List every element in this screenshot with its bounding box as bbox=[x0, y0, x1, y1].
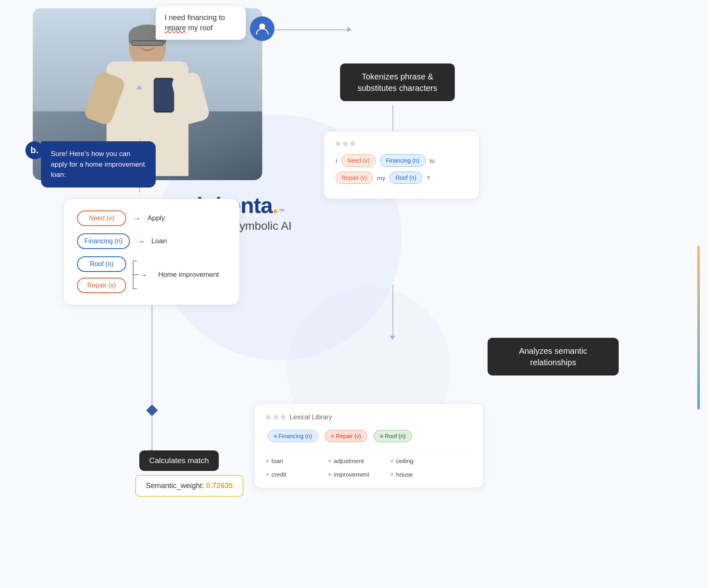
semantic-row-group: Roof (n) Repair (v) → Home improvement bbox=[77, 256, 226, 293]
token-row-1: I Need (v) Financing (n) to bbox=[336, 154, 467, 167]
semantic-label-loan: Loan bbox=[151, 237, 167, 245]
lexical-title: Lexical Library bbox=[290, 414, 332, 421]
semantic-map-card: Need (v) → Apply Financing (n) → Loan Ro… bbox=[64, 199, 240, 305]
bracket-line bbox=[133, 260, 134, 289]
semantic-group-badges: Roof (n) Repair (v) bbox=[77, 256, 126, 293]
tokenize-box: Tokenizes phrase & substitutes character… bbox=[340, 63, 455, 101]
lexical-icon-adjustment: ≡ bbox=[328, 458, 331, 464]
logo-tm: ™ bbox=[279, 208, 284, 214]
token-badge-repair: Repair (v) bbox=[336, 172, 373, 184]
logo-dot: . bbox=[272, 192, 279, 218]
lexical-word-loan: ≡ loan bbox=[266, 457, 323, 464]
lexical-card: Lexical Library ≡ Financing (n) ≡ Repair… bbox=[254, 403, 483, 488]
v-arrow-down-2 bbox=[390, 336, 395, 340]
tokenize-label: Tokenizes phrase & substitutes character… bbox=[358, 72, 438, 93]
arrow-financing: → bbox=[136, 237, 145, 246]
lexical-icon-house: ≡ bbox=[390, 471, 394, 477]
user-arrow-line bbox=[275, 29, 349, 30]
calc-match-box: Calculates match bbox=[139, 450, 219, 471]
token-word-to: to bbox=[430, 157, 435, 164]
user-icon bbox=[255, 21, 270, 36]
lex-dot-3 bbox=[281, 415, 286, 420]
lexical-word-house: ≡ house bbox=[390, 471, 448, 478]
bracket-bottom bbox=[133, 288, 137, 289]
inbenta-b-logo: b. bbox=[25, 141, 43, 159]
dot-1 bbox=[336, 141, 340, 146]
token-badge-need: Need (v) bbox=[341, 154, 376, 167]
lexical-icon-ceiling: ≡ bbox=[390, 458, 394, 464]
semantic-badge-need: Need (v) bbox=[77, 210, 126, 226]
user-avatar bbox=[250, 16, 275, 41]
semantic-label: Analyzes semantic relationships bbox=[519, 346, 588, 367]
lexical-word-improvement: ≡ improvement bbox=[328, 471, 386, 478]
arrow-need: → bbox=[133, 214, 141, 223]
bracket-top bbox=[133, 260, 137, 261]
semantic-row-financing: Financing (n) → Loan bbox=[77, 233, 226, 249]
token-badge-financing: Financing (n) bbox=[380, 154, 426, 167]
semantic-weight-value: 0.72635 bbox=[206, 482, 233, 490]
lexical-word-ceiling: ≡ ceiling bbox=[390, 457, 448, 464]
lexical-tag-financing: ≡ Financing (n) bbox=[268, 430, 318, 442]
token-row-2: Repair (v) my Roof (n) ? bbox=[336, 172, 467, 184]
bracket-group: → bbox=[133, 260, 152, 289]
semantic-box: Analyzes semantic relationships bbox=[488, 338, 619, 375]
lexical-word-row-2: ≡ credit ≡ improvement ≡ house bbox=[266, 471, 472, 478]
right-accent bbox=[697, 246, 700, 409]
dot-2 bbox=[343, 141, 348, 146]
token-word-question: ? bbox=[427, 174, 430, 181]
lexical-primary-tags: ≡ Financing (n) ≡ Repair (v) ≡ Roof (n) bbox=[266, 428, 472, 444]
lexical-divider bbox=[266, 450, 472, 451]
semantic-weight-label: Semantic_weight: bbox=[146, 482, 204, 490]
lexical-word-row-1: ≡ loan ≡ adjustment ≡ ceiling bbox=[266, 457, 472, 464]
main-container: I need financing to repare my roof Token… bbox=[0, 0, 708, 588]
user-arrow-head bbox=[347, 27, 352, 32]
lexical-tag-roof: ≡ Roof (n) bbox=[374, 430, 412, 442]
bot-chat-bubble: Sure! Here's how you can apply for a hom… bbox=[41, 141, 156, 188]
semantic-label-apply: Apply bbox=[148, 214, 165, 222]
lexical-header: Lexical Library bbox=[266, 414, 472, 421]
lex-dot-2 bbox=[273, 415, 278, 420]
bot-arrow-up bbox=[136, 85, 142, 89]
semantic-label-home: Home improvement bbox=[158, 271, 219, 279]
calc-match-label: Calculates match bbox=[149, 456, 209, 465]
v-connector-1 bbox=[393, 105, 393, 133]
token-word-my: my bbox=[377, 174, 385, 181]
token-badge-roof: Roof (n) bbox=[389, 172, 422, 184]
lexical-dots bbox=[266, 415, 286, 420]
semantic-weight-box: Semantic_weight: 0.72635 bbox=[135, 475, 243, 497]
semantic-row-need: Need (v) → Apply bbox=[77, 210, 226, 226]
token-card-dots bbox=[336, 141, 467, 146]
lexical-icon-credit: ≡ bbox=[266, 471, 269, 477]
token-card: I Need (v) Financing (n) to Repair (v) m… bbox=[324, 131, 479, 199]
lexical-icon-improvement: ≡ bbox=[328, 471, 331, 477]
diamond-connector bbox=[146, 405, 158, 416]
lexical-icon-loan: ≡ bbox=[266, 458, 269, 464]
bracket-mid bbox=[133, 274, 138, 275]
token-word-i: I bbox=[336, 157, 337, 164]
bot-message-text: Sure! Here's how you can apply for a hom… bbox=[51, 150, 145, 179]
semantic-badge-financing: Financing (n) bbox=[77, 233, 130, 249]
v-connector-2 bbox=[393, 285, 393, 338]
dot-3 bbox=[350, 141, 355, 146]
bot-initial: b. bbox=[30, 145, 39, 156]
semantic-badge-repair: Repair (v) bbox=[77, 278, 126, 293]
semantic-badge-roof: Roof (n) bbox=[77, 256, 126, 272]
user-chat-bubble: I need financing to repare my roof bbox=[156, 6, 246, 40]
lex-dot-1 bbox=[266, 415, 271, 420]
user-message-text: I need financing to repare my roof bbox=[165, 14, 225, 32]
lexical-tag-repair: ≡ Repair (v) bbox=[325, 430, 368, 442]
bracket-arrow: → bbox=[139, 270, 148, 280]
lexical-word-credit: ≡ credit bbox=[266, 471, 323, 478]
typo-word: repare bbox=[165, 24, 186, 32]
lexical-word-adjustment: ≡ adjustment bbox=[328, 457, 386, 464]
